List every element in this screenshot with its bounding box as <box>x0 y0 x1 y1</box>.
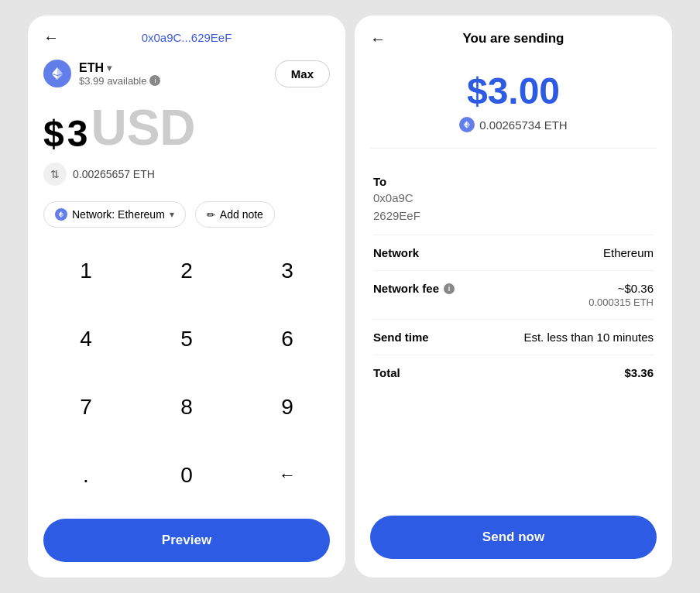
right-header: ← You are sending <box>355 15 672 54</box>
svg-marker-0 <box>57 67 63 75</box>
numpad-key-0[interactable]: 0 <box>136 441 237 509</box>
add-note-label: Add note <box>220 208 263 221</box>
token-symbol: ETH <box>79 61 104 75</box>
numpad-backspace-button[interactable]: ← <box>237 441 338 509</box>
network-eth-icon <box>55 208 67 221</box>
wallet-address[interactable]: 0x0a9C...629EeF <box>142 31 232 44</box>
eth-equivalent-value: 0.00265657 ETH <box>73 168 155 180</box>
numpad-key-6[interactable]: 6 <box>237 305 338 373</box>
eth-logo-icon <box>43 60 71 87</box>
max-button[interactable]: Max <box>275 60 330 87</box>
svg-marker-11 <box>464 125 467 129</box>
fee-row: Network fee i ~$0.36 0.000315 ETH <box>373 271 654 320</box>
eth-equivalent-row: ⇅ 0.00265657 ETH <box>28 156 345 195</box>
left-header: ← 0x0a9C...629EeF <box>28 15 345 52</box>
page-title: You are sending <box>463 31 564 46</box>
fee-info-icon[interactable]: i <box>444 283 455 294</box>
add-note-button[interactable]: ✏ Add note <box>195 201 275 228</box>
fee-label: Network fee i <box>373 282 455 295</box>
svg-marker-3 <box>52 74 57 80</box>
options-row: Network: Ethereum ▾ ✏ Add note <box>28 195 345 237</box>
pencil-icon: ✏ <box>207 209 215 221</box>
amount-display: $ 3 USD <box>28 95 345 156</box>
svg-marker-10 <box>467 125 470 129</box>
total-row: Total $3.36 <box>373 355 654 390</box>
preview-button[interactable]: Preview <box>43 519 330 562</box>
token-info: ETH ▾ $3.99 available i <box>43 60 160 87</box>
numpad-key-7[interactable]: 7 <box>36 373 136 441</box>
network-detail-value: Ethereum <box>603 246 654 259</box>
send-time-value: Est. less than 10 minutes <box>523 331 654 344</box>
network-label: Network: Ethereum <box>72 208 165 221</box>
numpad-key-dot[interactable]: . <box>36 441 136 509</box>
total-value: $3.36 <box>624 366 654 379</box>
to-address-line2: 2629EeF <box>373 207 420 224</box>
available-balance: $3.99 available i <box>79 75 160 87</box>
network-row: Network Ethereum <box>373 235 654 271</box>
network-chevron-icon: ▾ <box>170 209 174 220</box>
network-detail-label: Network <box>373 246 419 259</box>
to-label: To <box>373 175 420 188</box>
numpad-key-1[interactable]: 1 <box>36 237 136 305</box>
divider <box>370 148 657 149</box>
dollar-sign: $ <box>43 115 64 153</box>
numpad-key-3[interactable]: 3 <box>237 237 338 305</box>
numpad-key-8[interactable]: 8 <box>136 373 237 441</box>
token-name-container: ETH ▾ $3.99 available i <box>79 61 160 87</box>
right-back-button[interactable]: ← <box>370 30 386 48</box>
send-time-row: Send time Est. less than 10 minutes <box>373 320 654 355</box>
amount-number: 3 <box>67 115 88 153</box>
right-panel: ← You are sending $3.00 0.00265734 ETH <box>355 15 672 578</box>
svg-marker-9 <box>464 121 467 125</box>
numpad: 1 2 3 4 5 6 7 8 9 . 0 ← <box>28 237 345 509</box>
numpad-key-2[interactable]: 2 <box>136 237 237 305</box>
info-icon[interactable]: i <box>149 75 160 86</box>
left-panel: ← 0x0a9C...629EeF ETH ▾ <box>28 15 345 578</box>
numpad-key-4[interactable]: 4 <box>36 305 136 373</box>
token-dropdown-icon: ▾ <box>107 63 112 74</box>
token-row: ETH ▾ $3.99 available i Max <box>28 52 345 95</box>
svg-marker-4 <box>61 211 64 215</box>
sending-eth-value: 0.00265734 ETH <box>479 118 567 132</box>
svg-marker-1 <box>52 67 57 75</box>
swap-currency-button[interactable]: ⇅ <box>43 163 67 186</box>
token-selector[interactable]: ETH ▾ <box>79 61 160 75</box>
to-address-line1: 0x0a9C <box>373 190 420 206</box>
sending-eth-icon <box>459 117 475 132</box>
numpad-key-9[interactable]: 9 <box>237 373 338 441</box>
svg-marker-7 <box>59 215 62 218</box>
numpad-key-5[interactable]: 5 <box>136 305 237 373</box>
send-now-button[interactable]: Send now <box>370 516 657 559</box>
detail-section: To 0x0a9C 2629EeF Network Ethereum Netwo… <box>355 156 672 506</box>
fee-value: ~$0.36 0.000315 ETH <box>588 282 654 308</box>
fee-eth-value: 0.000315 ETH <box>588 296 654 308</box>
left-back-button[interactable]: ← <box>43 29 59 46</box>
svg-marker-2 <box>57 74 63 80</box>
sending-eth-amount: 0.00265734 ETH <box>459 117 567 132</box>
to-row: To 0x0a9C 2629EeF <box>373 164 654 235</box>
send-time-label: Send time <box>373 331 429 344</box>
svg-marker-8 <box>467 121 470 125</box>
sending-usd-amount: $3.00 <box>467 70 560 112</box>
total-label: Total <box>373 366 400 379</box>
network-selector-button[interactable]: Network: Ethereum ▾ <box>43 201 186 228</box>
sending-amount-section: $3.00 0.00265734 ETH <box>355 54 672 140</box>
currency-label: USD <box>91 103 195 153</box>
svg-marker-6 <box>61 215 64 218</box>
svg-marker-5 <box>59 211 62 215</box>
